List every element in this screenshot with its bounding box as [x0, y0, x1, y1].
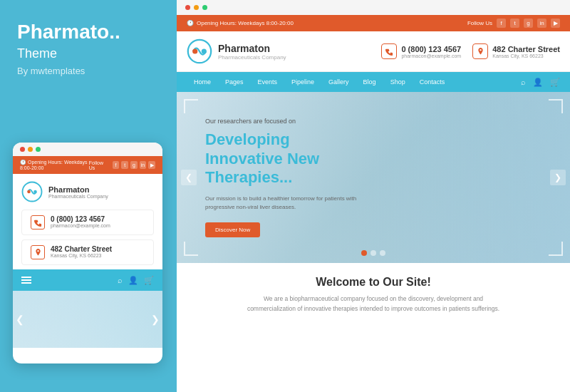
hero-corner-br	[549, 242, 563, 256]
svg-point-2	[33, 190, 37, 194]
desktop-city: Kansas City, KS 66223	[492, 53, 560, 58]
desktop-logo-subtitle: Pharmaceuticals Company	[218, 54, 286, 61]
desktop-linkedin-icon[interactable]: in	[537, 19, 546, 28]
gplus-icon[interactable]: g	[130, 161, 138, 169]
desktop-email: pharmacon@example.com	[401, 53, 461, 58]
desktop-preview: 🕐 Opening Hours: Weekdays 8:00-20:00 Fol…	[177, 0, 570, 392]
mobile-search-icon[interactable]: ⌕	[118, 276, 123, 284]
mobile-topbar: 🕐 Opening Hours: Weekdays 8:00-20:00 Fol…	[13, 156, 162, 174]
desktop-phone-icon	[385, 48, 393, 56]
desktop-nav-right: ⌕ 👤 🛒	[521, 78, 560, 87]
theme-author: By mwtemplates	[17, 66, 160, 76]
follow-us-label: Follow Us	[89, 160, 108, 170]
welcome-description: We are a biopharmaceutical company focus…	[245, 294, 502, 314]
clock-icon: 🕐	[20, 160, 28, 165]
desktop-topbar-right: Follow Us f t g in ▶	[467, 19, 560, 28]
svg-point-1	[27, 190, 31, 194]
nav-contacts[interactable]: Contacts	[413, 72, 452, 92]
youtube-icon[interactable]: ▶	[148, 161, 155, 169]
desktop-opening-hours: Opening Hours: Weekdays 8:00-20:00	[197, 20, 294, 26]
nav-blog[interactable]: Blog	[356, 72, 383, 92]
dot-green	[36, 147, 41, 152]
desktop-phone-item: 0 (800) 123 4567 pharmacon@example.com	[381, 43, 461, 59]
desktop-dot-yellow	[194, 5, 199, 10]
desktop-location-icon	[477, 48, 484, 56]
nav-gallery[interactable]: Gallery	[321, 72, 356, 92]
hero-corner-tl	[184, 99, 198, 113]
desktop-logo-icon	[187, 38, 212, 64]
desktop-logo-area: Pharmaton Pharmaceuticals Company	[187, 38, 286, 64]
desktop-address-details: 482 Charter Street Kansas City, KS 66223	[492, 45, 560, 58]
facebook-icon[interactable]: f	[113, 161, 120, 169]
welcome-title: Welcome to Our Site!	[191, 276, 556, 289]
desktop-address-item: 482 Charter Street Kansas City, KS 66223	[472, 43, 560, 59]
desktop-dot-red	[185, 5, 190, 10]
hero-dots	[361, 250, 385, 256]
mobile-email: pharmacon@example.com	[51, 223, 110, 228]
mobile-social: Follow Us f t g in ▶	[89, 160, 155, 170]
desktop-topbar-left: 🕐 Opening Hours: Weekdays 8:00-20:00	[187, 20, 294, 26]
desktop-phone-icon-box	[381, 43, 397, 59]
desktop-twitter-icon[interactable]: t	[510, 19, 519, 28]
desktop-user-icon[interactable]: 👤	[533, 78, 543, 87]
mobile-logo-icon	[21, 181, 43, 202]
mobile-prev-arrow[interactable]: ❮	[16, 314, 24, 325]
mobile-city: Kansas City, KS 66223	[51, 253, 112, 258]
hero-subtitle: Our researchers are focused on	[205, 118, 365, 125]
mobile-next-arrow[interactable]: ❯	[151, 314, 160, 325]
location-icon	[34, 249, 42, 257]
mobile-cart-icon[interactable]: 🛒	[144, 276, 154, 285]
mobile-phone-text: 0 (800) 123 4567 pharmacon@example.com	[51, 215, 110, 228]
nav-pages[interactable]: Pages	[218, 72, 251, 92]
welcome-section: Welcome to Our Site! We are a biopharmac…	[177, 263, 570, 326]
mobile-nav-icons: ⌕ 👤 🛒	[118, 276, 154, 285]
hero-cta-button[interactable]: Discover Now	[205, 222, 260, 237]
desktop-facebook-icon[interactable]: f	[497, 19, 506, 28]
nav-pipeline[interactable]: Pipeline	[284, 72, 321, 92]
hero-dot-3[interactable]	[380, 250, 385, 256]
mobile-address: 482 Charter Street	[51, 245, 112, 253]
desktop-phone-details: 0 (800) 123 4567 pharmacon@example.com	[401, 45, 461, 58]
desktop-gplus-icon[interactable]: g	[524, 19, 533, 28]
hero-dot-2[interactable]	[370, 250, 376, 256]
mobile-user-icon[interactable]: 👤	[128, 276, 138, 285]
twitter-icon[interactable]: t	[121, 161, 128, 169]
phone-icon-box	[31, 215, 45, 229]
mobile-hero: ❮ ❯	[13, 291, 162, 348]
nav-events[interactable]: Events	[251, 72, 285, 92]
mobile-logo-text-group: Pharmaton Pharmaceuticals Company	[48, 185, 108, 199]
theme-subtitle: Theme	[17, 46, 160, 61]
svg-point-4	[192, 48, 197, 53]
left-panel: Pharmato.. Theme By mwtemplates 🕐 Openin…	[0, 0, 177, 392]
desktop-search-icon[interactable]: ⌕	[521, 78, 526, 86]
desktop-youtube-icon[interactable]: ▶	[551, 19, 560, 28]
dot-red	[20, 147, 25, 152]
hero-next-arrow[interactable]: ❯	[550, 170, 566, 185]
nav-home[interactable]: Home	[187, 72, 218, 92]
linkedin-icon[interactable]: in	[140, 161, 147, 169]
desktop-phone-number: 0 (800) 123 4567	[401, 45, 461, 53]
desktop-hero: Our researchers are focused on Developin…	[177, 92, 570, 263]
hamburger-menu[interactable]	[21, 275, 31, 285]
desktop-nav-items: Home Pages Events Pipeline Gallery Blog …	[187, 72, 452, 92]
hero-dot-1[interactable]	[361, 250, 367, 256]
svg-point-5	[202, 48, 207, 53]
hamburger-line2	[21, 279, 31, 281]
desktop-nav: Home Pages Events Pipeline Gallery Blog …	[177, 72, 570, 92]
hero-prev-arrow[interactable]: ❮	[181, 170, 197, 185]
hero-corner-bl	[184, 242, 198, 256]
mobile-logo-area: Pharmaton Pharmaceuticals Company	[13, 174, 162, 210]
mobile-phone-number: 0 (800) 123 4567	[51, 215, 110, 223]
phone-icon	[34, 219, 42, 227]
location-icon-box	[31, 245, 45, 259]
desktop-cart-icon[interactable]: 🛒	[550, 78, 560, 87]
mobile-opening-hours: 🕐 Opening Hours: Weekdays 8:00-20:00	[20, 160, 89, 170]
desktop-titlebar	[177, 0, 570, 15]
hamburger-line3	[21, 282, 31, 284]
nav-shop[interactable]: Shop	[383, 72, 413, 92]
mobile-phone-item: 0 (800) 123 4567 pharmacon@example.com	[21, 210, 154, 235]
desktop-dot-green	[202, 5, 207, 10]
desktop-logo-text-group: Pharmaton Pharmaceuticals Company	[218, 43, 286, 61]
mobile-address-text: 482 Charter Street Kansas City, KS 66223	[51, 245, 112, 258]
mobile-logo-subtitle: Pharmaceuticals Company	[48, 194, 108, 199]
